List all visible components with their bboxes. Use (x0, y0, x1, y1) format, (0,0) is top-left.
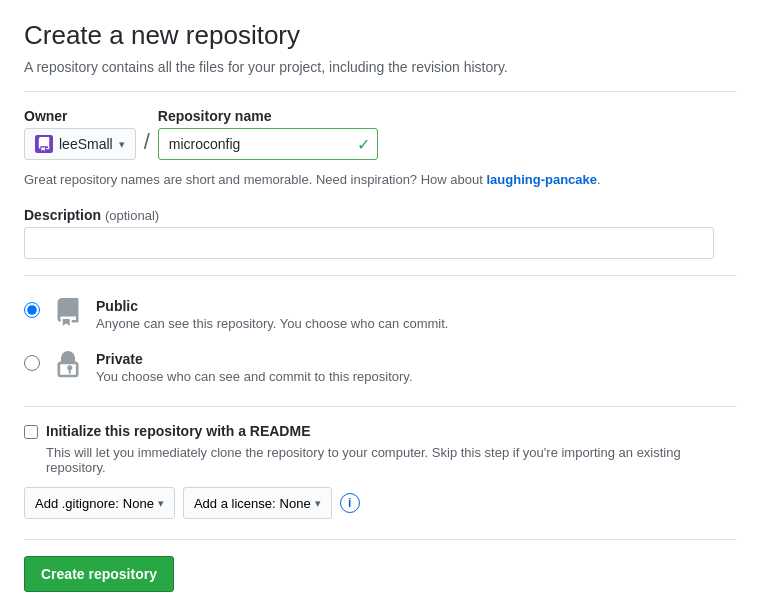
owner-label: Owner (24, 108, 136, 124)
private-radio[interactable] (24, 355, 40, 371)
visibility-section: Public Anyone can see this repository. Y… (24, 296, 737, 386)
owner-caret: ▾ (119, 138, 125, 151)
inspiration-link[interactable]: laughing-pancake (486, 172, 597, 187)
inspiration-text-after: . (597, 172, 601, 187)
repo-name-field-group: Repository name ✓ (158, 108, 378, 160)
inspiration-text: Great repository names are short and mem… (24, 172, 737, 187)
inspiration-text-before: Great repository names are short and mem… (24, 172, 486, 187)
repo-name-input-wrapper: ✓ (158, 128, 378, 160)
private-option: Private You choose who can see and commi… (24, 349, 737, 386)
private-description: You choose who can see and commit to thi… (96, 369, 413, 384)
create-repository-button[interactable]: Create repository (24, 556, 174, 592)
public-option: Public Anyone can see this repository. Y… (24, 296, 737, 333)
owner-field-group: Owner leeSmall ▾ (24, 108, 136, 160)
license-caret: ▾ (315, 497, 321, 510)
gitignore-label: Add .gitignore: (35, 496, 119, 511)
private-text: Private You choose who can see and commi… (96, 351, 413, 384)
repo-name-label: Repository name (158, 108, 378, 124)
page-subtitle: A repository contains all the files for … (24, 59, 737, 75)
owner-repo-row: Owner leeSmall ▾ / Repository name ✓ (24, 108, 737, 160)
owner-repo-section: Owner leeSmall ▾ / Repository name ✓ Gre… (24, 108, 737, 187)
public-text: Public Anyone can see this repository. Y… (96, 298, 448, 331)
owner-name: leeSmall (59, 136, 113, 152)
check-icon: ✓ (357, 135, 370, 154)
description-label: Description (optional) (24, 207, 737, 223)
lock-icon (52, 349, 84, 381)
gitignore-value: None (123, 496, 154, 511)
owner-icon (35, 135, 53, 153)
divider-top (24, 91, 737, 92)
divider-visibility (24, 275, 737, 276)
divider-readme (24, 406, 737, 407)
gitignore-dropdown[interactable]: Add .gitignore: None ▾ (24, 487, 175, 519)
description-label-text: Description (24, 207, 101, 223)
extras-row: Add .gitignore: None ▾ Add a license: No… (24, 487, 737, 519)
page-title: Create a new repository (24, 20, 737, 51)
repo-name-input[interactable] (158, 128, 378, 160)
public-label: Public (96, 298, 448, 314)
readme-checkbox[interactable] (24, 425, 38, 439)
readme-label: Initialize this repository with a README (46, 423, 310, 439)
info-icon[interactable]: i (340, 493, 360, 513)
public-radio[interactable] (24, 302, 40, 318)
readme-description: This will let you immediately clone the … (46, 445, 737, 475)
readme-option: Initialize this repository with a README (24, 423, 737, 439)
submit-section: Create repository (24, 539, 737, 592)
license-label: Add a license: (194, 496, 276, 511)
description-section: Description (optional) (24, 207, 737, 259)
description-optional: (optional) (105, 208, 159, 223)
owner-dropdown[interactable]: leeSmall ▾ (24, 128, 136, 160)
public-description: Anyone can see this repository. You choo… (96, 316, 448, 331)
private-label: Private (96, 351, 413, 367)
license-dropdown[interactable]: Add a license: None ▾ (183, 487, 332, 519)
book-icon (52, 296, 84, 328)
slash-separator: / (144, 126, 150, 160)
license-value: None (280, 496, 311, 511)
gitignore-caret: ▾ (158, 497, 164, 510)
description-input[interactable] (24, 227, 714, 259)
readme-section: Initialize this repository with a README… (24, 423, 737, 519)
